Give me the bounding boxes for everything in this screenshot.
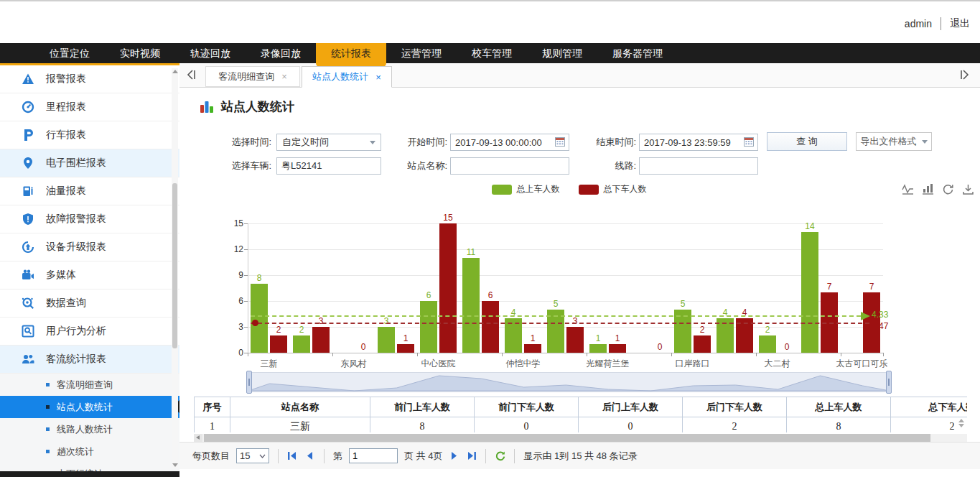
bar-boarding[interactable] — [293, 335, 310, 353]
reload-icon[interactable] — [495, 450, 505, 461]
sidebar-item[interactable]: 电子围栏报表 — [0, 149, 179, 177]
refresh-icon[interactable] — [942, 183, 954, 195]
fuel-report-icon — [22, 185, 34, 198]
export-button-label: 导出文件格式 — [861, 135, 917, 148]
nav-item[interactable]: 规则管理 — [527, 43, 597, 63]
sidebar-item[interactable]: 用户行为分析 — [0, 318, 179, 346]
bar-alighting[interactable] — [609, 344, 626, 353]
page-number-input[interactable] — [349, 448, 398, 463]
download-icon[interactable] — [962, 183, 974, 195]
bar-alighting[interactable] — [439, 223, 457, 353]
sidebar-sub-item[interactable]: 线路人数统计 — [0, 418, 179, 440]
scroll-down-icon[interactable] — [172, 463, 178, 467]
nav-item[interactable]: 实时视频 — [105, 43, 175, 63]
scroll-down-icon[interactable] — [958, 424, 964, 427]
bar-alighting[interactable] — [694, 335, 711, 353]
bar-boarding[interactable] — [420, 301, 437, 353]
nav-item[interactable]: 统计报表 — [316, 43, 386, 67]
bar-alighting[interactable] — [524, 344, 541, 353]
sidebar-sub-item[interactable]: 趟次统计 — [0, 440, 179, 463]
scroll-left-icon[interactable] — [194, 434, 202, 442]
nav-item[interactable]: 轨迹回放 — [175, 43, 246, 63]
close-icon[interactable]: × — [375, 73, 381, 82]
datazoom-left-handle[interactable] — [246, 371, 252, 394]
tabs-scroll-right-icon[interactable] — [958, 68, 971, 84]
start-time-input[interactable] — [450, 134, 569, 151]
line-chart-icon[interactable] — [902, 183, 914, 195]
sidebar-item[interactable]: 客流统计报表 — [0, 346, 179, 374]
results-table: 序号站点名称前门上车人数前门下车人数后门上车人数后门下车人数总上车人数总下车人数… — [194, 397, 967, 432]
query-button[interactable]: 查 询 — [767, 132, 847, 151]
sidebar-item[interactable]: 报警报表 — [0, 65, 179, 93]
bar-value-label: 0 — [775, 342, 799, 352]
export-button[interactable]: 导出文件格式 — [856, 132, 932, 151]
sidebar-item[interactable]: 故障报警报表 — [0, 205, 179, 233]
bar-boarding[interactable] — [589, 344, 607, 353]
bar-value-label: 7 — [817, 282, 841, 292]
passenger-flow-icon — [22, 353, 34, 366]
bar-alighting[interactable] — [270, 335, 287, 353]
geofence-report-icon — [22, 157, 34, 170]
per-page-select[interactable]: 15 — [236, 448, 269, 463]
first-page-icon[interactable] — [287, 451, 298, 460]
bar-chart-toggle-icon[interactable] — [922, 183, 934, 195]
legend-item-alighting[interactable]: 总下车人数 — [579, 183, 647, 195]
bar-boarding[interactable] — [759, 335, 776, 353]
bar-boarding[interactable] — [801, 232, 818, 353]
station-name-input[interactable] — [450, 157, 569, 175]
sidebar-sub-item[interactable]: 客流明细查询 — [0, 374, 179, 396]
sidebar-item-label: 客流统计报表 — [46, 353, 106, 366]
sidebar-item[interactable]: 行车报表 — [0, 121, 179, 149]
bullet-icon — [46, 427, 50, 431]
bar-alighting[interactable] — [566, 327, 584, 353]
sidebar-sub-item[interactable]: 站点人数统计 — [0, 396, 179, 418]
legend-item-boarding[interactable]: 总上车人数 — [492, 183, 560, 195]
close-icon[interactable]: × — [281, 72, 287, 81]
scrollbar-thumb[interactable] — [172, 183, 177, 348]
calendar-icon[interactable] — [744, 136, 754, 149]
scrollbar-thumb[interactable] — [204, 434, 930, 442]
table-row[interactable]: 1三新800282 — [195, 417, 968, 433]
time-range-select[interactable]: 自定义时间 — [276, 134, 381, 151]
table-h-scrollbar[interactable] — [194, 434, 967, 442]
bar-alighting[interactable] — [312, 327, 330, 353]
sidebar-item-label: 故障报警报表 — [46, 213, 106, 226]
x-axis-tick — [883, 353, 884, 356]
gridline — [248, 223, 883, 224]
vehicle-input[interactable] — [276, 157, 381, 175]
datazoom-right-handle[interactable] — [886, 371, 892, 394]
nav-item[interactable]: 位置定位 — [34, 43, 105, 63]
nav-item[interactable]: 校车管理 — [457, 43, 527, 63]
nav-item[interactable]: 录像回放 — [246, 43, 316, 63]
results-table-wrap: 序号站点名称前门上车人数前门下车人数后门上车人数后门下车人数总上车人数总下车人数… — [194, 397, 967, 432]
last-page-icon[interactable] — [466, 451, 477, 460]
sidebar-item[interactable]: 设备升级报表 — [0, 233, 179, 261]
datazoom-slider[interactable] — [248, 372, 890, 392]
tab-passenger-detail[interactable]: 客流明细查询 × — [205, 66, 300, 87]
nav-item[interactable]: 运营管理 — [386, 43, 457, 63]
x-axis-tick — [332, 353, 333, 356]
sidebar-item[interactable]: 油量报表 — [0, 177, 179, 205]
tab-label: 客流明细查询 — [218, 70, 274, 83]
tab-station-count[interactable]: 站点人数统计 × — [302, 66, 392, 88]
tabs-scroll-left-icon[interactable] — [185, 68, 198, 84]
sidebar-item[interactable]: 数据查询 — [0, 290, 179, 318]
scroll-up-icon[interactable] — [172, 70, 178, 73]
nav-item[interactable]: 服务器管理 — [597, 43, 678, 63]
bar-boarding[interactable] — [378, 327, 395, 353]
bar-alighting[interactable] — [482, 301, 499, 353]
scroll-up-icon[interactable] — [958, 419, 964, 422]
calendar-icon[interactable] — [555, 136, 565, 149]
end-time-input[interactable] — [639, 134, 758, 151]
table-v-scrollbar[interactable] — [957, 417, 966, 432]
sidebar-item[interactable]: 多媒体 — [0, 261, 179, 290]
bar-alighting[interactable] — [397, 344, 414, 353]
logout-link[interactable]: 退出 — [950, 17, 970, 30]
sidebar-item[interactable]: 里程报表 — [0, 93, 179, 121]
bar-boarding[interactable] — [462, 258, 480, 353]
bar-boarding[interactable] — [251, 284, 268, 353]
next-page-icon[interactable] — [449, 451, 459, 460]
sidebar-scrollbar[interactable] — [172, 68, 178, 468]
line-input[interactable] — [639, 157, 758, 175]
prev-page-icon[interactable] — [304, 451, 315, 460]
